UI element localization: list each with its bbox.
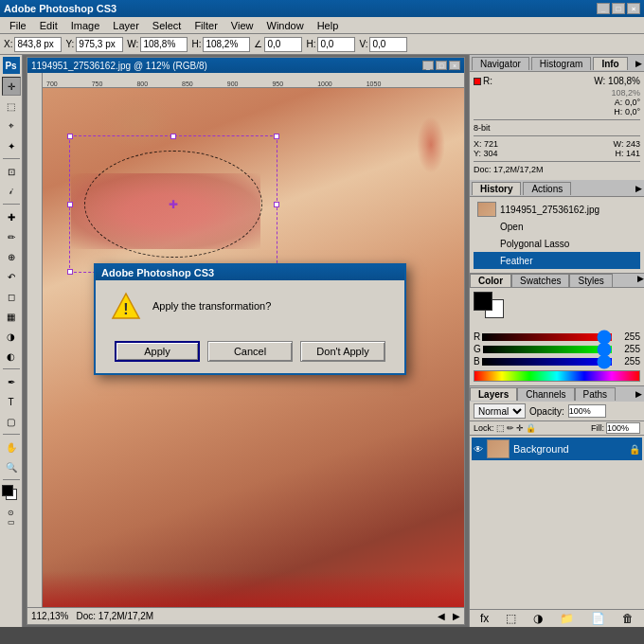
maximize-button[interactable]: □ — [612, 3, 625, 14]
layers-panel-menu[interactable]: ▶ — [634, 389, 644, 399]
lock-image-icon[interactable]: ✏ — [507, 423, 514, 433]
info-w-group: W: 243 — [614, 139, 640, 149]
menu-edit[interactable]: Edit — [34, 19, 63, 32]
tab-info[interactable]: Info — [593, 57, 627, 70]
tool-move[interactable]: ✛ — [2, 77, 21, 96]
handle-tl[interactable] — [67, 134, 73, 139]
menu-layer[interactable]: Layer — [107, 19, 145, 32]
menu-image[interactable]: Image — [65, 19, 106, 32]
tab-navigator[interactable]: Navigator — [472, 57, 529, 70]
new-layer-btn[interactable]: 📄 — [591, 612, 605, 625]
color-spectrum[interactable] — [474, 370, 640, 382]
tool-heal[interactable]: ✚ — [2, 207, 21, 226]
scroll-btn-right[interactable]: ▶ — [453, 611, 460, 621]
b-slider[interactable] — [482, 358, 612, 366]
angle-input[interactable] — [264, 37, 302, 52]
tab-layers[interactable]: Layers — [470, 387, 517, 401]
fg-color-swatch — [2, 485, 13, 496]
tool-pen[interactable]: ✒ — [2, 372, 21, 391]
tab-actions[interactable]: Actions — [523, 182, 571, 195]
tab-histogram[interactable]: Histogram — [531, 57, 592, 70]
handle-bl[interactable] — [67, 269, 73, 275]
cancel-button[interactable]: Cancel — [207, 341, 293, 362]
screen-mode-btn[interactable]: ▭ — [8, 518, 15, 527]
dont-apply-button[interactable]: Don't Apply — [300, 341, 385, 362]
doc-minimize[interactable]: _ — [422, 61, 434, 70]
menu-help[interactable]: Help — [312, 19, 345, 32]
w-input[interactable] — [140, 37, 188, 52]
menu-select[interactable]: Select — [147, 19, 188, 32]
doc-maximize[interactable]: □ — [436, 61, 447, 70]
tool-blur[interactable]: ◑ — [2, 327, 21, 346]
history-item-open[interactable]: Open — [474, 218, 640, 235]
tool-text[interactable]: T — [2, 392, 21, 411]
r-slider[interactable] — [482, 333, 612, 341]
minimize-button[interactable]: _ — [597, 3, 610, 14]
tool-eraser[interactable]: ◻ — [2, 287, 21, 306]
handle-tc[interactable] — [170, 134, 176, 139]
close-button[interactable]: × — [627, 3, 640, 14]
add-style-btn[interactable]: fx — [480, 612, 489, 625]
dialog-body: ! Apply the transformation? — [96, 280, 404, 333]
toolbar-separator-2 — [3, 204, 20, 205]
color-swatches[interactable] — [2, 485, 21, 508]
blend-mode-select[interactable]: Normal — [474, 403, 526, 419]
h2-input[interactable] — [317, 37, 355, 52]
new-group-btn[interactable]: 📁 — [560, 612, 574, 625]
handle-tr[interactable] — [274, 134, 279, 139]
tool-lasso[interactable]: ⌖ — [2, 116, 21, 135]
history-item-lasso[interactable]: Polygonal Lasso — [474, 235, 640, 252]
tab-swatches[interactable]: Swatches — [511, 274, 569, 287]
tool-magic-wand[interactable]: ✦ — [2, 136, 21, 155]
new-fill-btn[interactable]: ◑ — [533, 612, 543, 625]
tool-crop[interactable]: ⊡ — [2, 162, 21, 181]
delete-layer-btn[interactable]: 🗑 — [622, 612, 634, 625]
lock-all-icon[interactable]: 🔒 — [526, 423, 536, 433]
tab-history[interactable]: History — [472, 182, 521, 195]
h3-label: H: — [615, 149, 623, 158]
doc-close[interactable]: × — [449, 61, 460, 70]
tool-gradient[interactable]: ▦ — [2, 307, 21, 326]
tool-hand[interactable]: ✋ — [2, 438, 21, 456]
menu-window[interactable]: Window — [261, 19, 310, 32]
lock-transparent-icon[interactable]: ⬚ — [496, 423, 505, 433]
add-mask-btn[interactable]: ⬚ — [506, 612, 516, 625]
handle-mr[interactable] — [274, 202, 279, 207]
handle-ml[interactable] — [67, 202, 73, 207]
scroll-btn-left[interactable]: ◀ — [438, 611, 445, 621]
h-input[interactable] — [203, 37, 250, 52]
layer-background[interactable]: 👁 Background 🔒 — [472, 438, 642, 460]
color-panel-menu[interactable]: ▶ — [637, 274, 644, 287]
apply-button[interactable]: Apply — [115, 341, 200, 362]
tool-marquee[interactable]: ⬚ — [2, 97, 21, 116]
history-item-file[interactable]: 1194951_27536162.jpg — [474, 201, 640, 218]
tab-styles[interactable]: Styles — [569, 274, 612, 287]
tool-zoom[interactable]: 🔍 — [2, 457, 21, 476]
x-input[interactable] — [14, 37, 62, 52]
tab-channels[interactable]: Channels — [517, 387, 574, 401]
panel-menu-btn[interactable]: ▶ — [635, 59, 642, 68]
tool-dodge[interactable]: ◐ — [2, 347, 21, 366]
quick-mask-btn[interactable]: ⊙ — [8, 509, 14, 517]
g-slider[interactable] — [483, 346, 612, 353]
info-sep-3 — [474, 161, 640, 162]
tool-history-brush[interactable]: ↶ — [2, 267, 21, 286]
v-input[interactable] — [369, 37, 407, 52]
menu-view[interactable]: View — [225, 19, 259, 32]
history-panel-menu[interactable]: ▶ — [635, 184, 642, 193]
y-input[interactable] — [76, 37, 123, 52]
layer-eye-icon[interactable]: 👁 — [474, 444, 483, 455]
lock-position-icon[interactable]: ✛ — [516, 423, 524, 433]
tab-paths[interactable]: Paths — [575, 387, 617, 401]
tool-eyedropper[interactable]: 𝒾 — [2, 182, 21, 201]
opacity-input[interactable] — [568, 404, 606, 418]
tab-color[interactable]: Color — [470, 274, 511, 287]
menu-filter[interactable]: Filter — [188, 19, 223, 32]
tool-brush[interactable]: ✏ — [2, 227, 21, 246]
history-item-feather[interactable]: Feather — [474, 252, 640, 269]
tool-shape[interactable]: ▢ — [2, 412, 21, 431]
fg-bg-swatches[interactable] — [474, 292, 521, 326]
fill-input[interactable] — [606, 422, 640, 434]
tool-clone[interactable]: ⊕ — [2, 247, 21, 266]
menu-file[interactable]: File — [4, 19, 32, 32]
